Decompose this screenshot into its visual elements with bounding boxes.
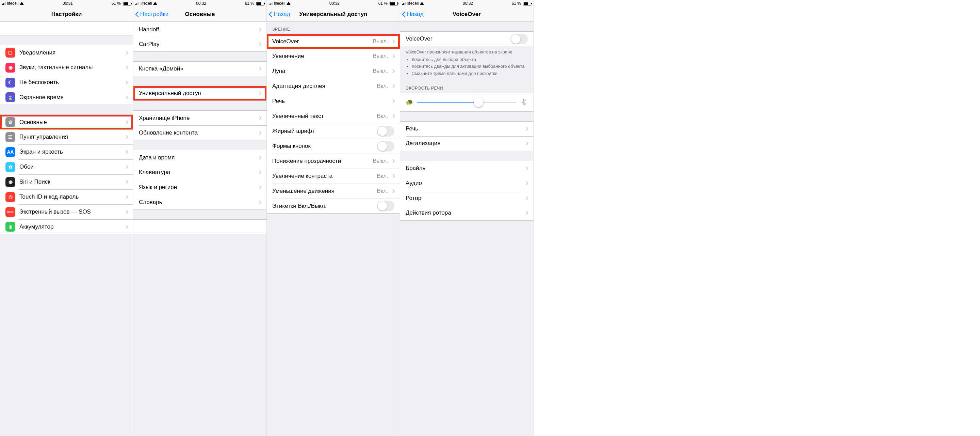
settings-row[interactable]: ◎Touch ID и код-пароль [0,189,133,204]
settings-row[interactable]: CarPlay [134,37,266,52]
row-label: Ротор [406,195,522,202]
settings-row[interactable]: Увеличенный текстВкл. [267,109,400,124]
settings-row[interactable]: Детализация [400,136,533,151]
settings-row[interactable]: ◉Siri и Поиск [0,174,133,189]
settings-row[interactable]: Понижение прозрачностиВыкл. [267,153,400,169]
settings-row[interactable]: ЛупаВыкл. [267,64,400,79]
chevron-right-icon [124,180,128,184]
back-button[interactable]: Настройки [135,7,169,21]
settings-row[interactable]: Жирный шрифт [267,124,400,139]
chevron-right-icon [524,142,528,145]
wifi-icon [286,1,291,6]
settings-row[interactable]: ▮Аккумулятор [0,219,133,234]
voiceover-toggle[interactable] [511,34,528,44]
section-header-vision: ЗРЕНИЕ [267,22,400,34]
settings-row[interactable]: Кнопка «Домой» [134,61,266,76]
row-label: Увеличенный текст [272,113,377,120]
settings-row[interactable]: Этикетки Вкл./Выкл. [267,199,400,214]
back-label: Настройки [140,11,169,18]
row-toggle[interactable] [377,141,395,152]
chevron-right-icon [258,42,261,46]
back-button[interactable]: Назад [269,7,290,21]
settings-row[interactable]: Формы кнопок [267,139,400,153]
row-label: Handoff [139,26,255,33]
settings-row[interactable]: ⚙Основные [0,115,133,129]
nav-bar: Настройки Основные [134,7,266,22]
row-label: Уведомления [19,50,121,56]
settings-row[interactable]: Адаптация дисплеяВкл. [267,79,400,94]
row-label: Речь [272,98,388,105]
chevron-left-icon [135,11,140,18]
settings-row[interactable]: Ротор [400,191,533,206]
row-label: Экранное время [19,94,121,101]
settings-row[interactable]: Клавиатура [134,165,266,180]
chevron-right-icon [124,120,128,124]
footer-bullet: Коснитесь дважды для активации выбранног… [412,63,528,69]
table-row[interactable] [134,219,266,234]
row-label: VoiceOver [272,38,372,45]
settings-row[interactable]: Язык и регион [134,180,266,195]
row-value: Вкл. [377,113,388,120]
settings-row[interactable]: Уменьшение движенияВкл. [267,184,400,199]
chevron-right-icon [258,200,261,204]
voiceover-toggle-row[interactable]: VoiceOver [400,31,533,46]
settings-row[interactable]: Словарь [134,195,266,210]
settings-row[interactable]: Действия ротора [400,206,533,221]
carrier-label: lifecell [407,1,418,6]
row-label: Увеличение [272,53,372,60]
chevron-right-icon [258,116,261,120]
rabbit-icon: 🐇 [520,99,528,106]
carrier-label: lifecell [140,1,152,6]
settings-row[interactable]: VoiceOverВыкл. [267,34,400,49]
settings-row[interactable]: Хранилище iPhone [134,110,266,125]
settings-row[interactable]: Дата и время [134,150,266,165]
carrier-label: lifecell [274,1,285,6]
settings-row[interactable]: Handoff [134,22,266,37]
speaking-rate-slider[interactable] [417,102,516,102]
signal-icon [402,2,406,5]
chevron-right-icon [258,91,261,95]
chevron-right-icon [124,95,128,99]
settings-row[interactable]: ☰Пункт управления [0,129,133,144]
chevron-right-icon [124,165,128,169]
settings-row[interactable]: ⌛Экранное время [0,90,133,105]
wifi-icon [420,1,424,6]
row-label: Универсальный доступ [139,90,255,97]
settings-row[interactable]: SOSЭкстренный вызов — SOS [0,204,133,219]
chevron-left-icon [269,11,273,18]
time-label: 00:31 [63,1,73,6]
signal-icon [135,2,139,5]
screenshot-3: lifecell 00:32 61 % Назад Универсальный … [267,0,400,436]
chevron-right-icon [258,170,261,174]
row-label: Аудио [406,180,522,187]
signal-icon [2,2,6,5]
row-label: Обои [19,163,121,170]
settings-row[interactable]: Брайль [400,161,533,176]
settings-row[interactable]: Обновление контента [134,125,266,141]
carrier-label: lifecell [7,1,18,6]
row-label: Формы кнопок [272,143,377,150]
bell-icon: ☐ [5,48,15,57]
chevron-right-icon [258,67,261,70]
settings-row[interactable]: ☾Не беспокоить [0,75,133,90]
row-label: Действия ротора [406,209,522,216]
settings-row[interactable]: AAЭкран и яркость [0,144,133,160]
settings-row[interactable]: ☐Уведомления [0,45,133,60]
settings-row[interactable]: ◉Звуки, тактильные сигналы [0,60,133,75]
settings-row[interactable]: Универсальный доступ [134,86,266,101]
settings-row[interactable]: ✿Обои [0,160,133,174]
settings-row[interactable]: Речь [267,94,400,109]
settings-row[interactable]: УвеличениеВыкл. [267,49,400,64]
footer-bullet: Коснитесь для выбора объекта [412,56,528,63]
settings-row[interactable]: Аудио [400,176,533,191]
back-button[interactable]: Назад [402,7,424,21]
nav-bar: Назад Универсальный доступ [267,7,400,22]
nav-bar: Назад VoiceOver [400,7,533,22]
nav-bar: Настройки [0,7,133,22]
settings-row[interactable]: Увеличение контрастаВкл. [267,169,400,184]
row-toggle[interactable] [377,126,395,137]
settings-row[interactable]: Речь [400,121,533,136]
battery-pct: 61 % [379,1,388,6]
time-label: 00:32 [463,1,473,6]
row-toggle[interactable] [377,201,395,211]
